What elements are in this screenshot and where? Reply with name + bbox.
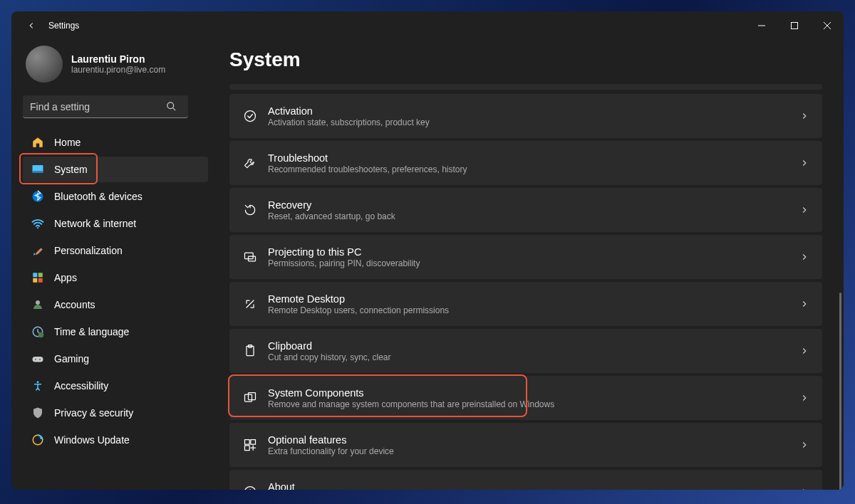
- svg-point-15: [39, 359, 41, 360]
- sidebar-item-gaming[interactable]: Gaming: [23, 346, 208, 372]
- settings-window: Settings Laurentiu Piron laurentiu.piron…: [11, 11, 844, 490]
- settings-card-about[interactable]: About Device specifications, rename PC, …: [229, 470, 822, 490]
- settings-card-activation[interactable]: Activation Activation state, subscriptio…: [229, 94, 822, 138]
- sidebar: Laurentiu Piron laurentiu.piron@live.com…: [11, 40, 217, 490]
- optional-icon: [242, 437, 258, 453]
- card-title: Optional features: [268, 434, 799, 446]
- previous-card-peek: [229, 84, 822, 90]
- search-icon: [166, 101, 177, 112]
- home-icon: [31, 136, 44, 149]
- svg-rect-24: [245, 440, 250, 445]
- about-icon: [242, 484, 258, 490]
- sidebar-item-label: Personalization: [54, 245, 123, 256]
- sidebar-item-apps[interactable]: Apps: [23, 265, 208, 290]
- settings-card-troubleshoot[interactable]: Troubleshoot Recommended troubleshooters…: [229, 141, 822, 185]
- check-circle-icon: [242, 108, 258, 124]
- svg-rect-0: [792, 23, 798, 29]
- close-button[interactable]: [811, 11, 844, 40]
- accessibility-icon: [31, 379, 44, 392]
- clipboard-icon: [242, 343, 258, 359]
- card-title: Projecting to this PC: [268, 246, 799, 258]
- svg-rect-25: [251, 440, 256, 445]
- svg-rect-9: [38, 278, 43, 283]
- sidebar-item-network-internet[interactable]: Network & internet: [23, 211, 208, 236]
- brush-icon: [31, 244, 44, 257]
- search-container: [23, 95, 208, 118]
- window-controls: [745, 11, 844, 40]
- project-icon: [242, 249, 258, 265]
- remote-icon: [242, 296, 258, 312]
- card-title: System Components: [268, 387, 799, 399]
- svg-rect-6: [33, 273, 37, 277]
- card-title: Clipboard: [268, 340, 799, 352]
- card-title: About: [268, 481, 799, 490]
- sidebar-item-label: Windows Update: [54, 434, 130, 446]
- svg-rect-18: [245, 253, 254, 258]
- sidebar-item-bluetooth-devices[interactable]: Bluetooth & devices: [23, 184, 208, 209]
- svg-point-12: [38, 332, 44, 338]
- svg-rect-7: [38, 273, 43, 277]
- bluetooth-icon: [31, 190, 44, 203]
- time-icon: [31, 325, 44, 338]
- user-profile[interactable]: Laurentiu Piron laurentiu.piron@live.com: [23, 40, 208, 95]
- sidebar-item-label: Accessibility: [54, 380, 108, 392]
- sidebar-item-label: Accounts: [54, 299, 95, 310]
- svg-point-1: [167, 103, 174, 109]
- card-title: Activation: [268, 105, 799, 117]
- sidebar-item-label: Home: [54, 137, 81, 148]
- sidebar-item-label: Bluetooth & devices: [54, 191, 142, 202]
- card-description: Reset, advanced startup, go back: [268, 211, 799, 221]
- svg-point-5: [37, 227, 38, 229]
- search-input[interactable]: [23, 95, 188, 118]
- card-description: Recommended troubleshooters, preferences…: [268, 164, 799, 174]
- sidebar-item-system[interactable]: System: [23, 157, 208, 182]
- svg-point-16: [37, 381, 39, 383]
- svg-point-14: [35, 359, 36, 360]
- nav-list: Home System Bluetooth & devices Network …: [23, 130, 208, 453]
- chevron-right-icon: [799, 205, 809, 215]
- chevron-right-icon: [799, 111, 809, 121]
- chevron-right-icon: [799, 158, 809, 168]
- sidebar-item-accessibility[interactable]: Accessibility: [23, 373, 208, 399]
- svg-rect-8: [33, 278, 37, 283]
- chevron-right-icon: [799, 440, 809, 450]
- chevron-right-icon: [799, 393, 809, 403]
- wifi-icon: [31, 217, 44, 230]
- update-icon: [31, 434, 44, 446]
- sidebar-item-privacy-security[interactable]: Privacy & security: [23, 400, 208, 426]
- sidebar-item-label: Time & language: [54, 326, 129, 337]
- minimize-button[interactable]: [745, 11, 778, 40]
- sidebar-item-personalization[interactable]: Personalization: [23, 238, 208, 263]
- settings-card-recovery[interactable]: Recovery Reset, advanced startup, go bac…: [229, 188, 822, 232]
- settings-card-optional-features[interactable]: Optional features Extra functionality fo…: [229, 423, 822, 467]
- wrench-icon: [242, 155, 258, 171]
- account-icon: [31, 298, 44, 311]
- card-title: Recovery: [268, 199, 799, 211]
- user-email: laurentiu.piron@live.com: [71, 65, 165, 75]
- settings-card-remote-desktop[interactable]: Remote Desktop Remote Desktop users, con…: [229, 282, 822, 326]
- card-description: Remote Desktop users, connection permiss…: [268, 305, 799, 315]
- svg-rect-3: [33, 171, 43, 172]
- card-title: Remote Desktop: [268, 293, 799, 305]
- avatar: [26, 46, 63, 83]
- settings-card-clipboard[interactable]: Clipboard Cut and copy history, sync, cl…: [229, 329, 822, 373]
- sidebar-item-windows-update[interactable]: Windows Update: [23, 427, 208, 453]
- card-description: Cut and copy history, sync, clear: [268, 352, 799, 362]
- main-content: System Activation Activation state, subs…: [217, 40, 844, 490]
- page-title: System: [229, 48, 822, 71]
- card-description: Permissions, pairing PIN, discoverabilit…: [268, 258, 799, 268]
- titlebar: Settings: [11, 11, 844, 40]
- system-icon: [31, 163, 44, 176]
- sidebar-item-label: Gaming: [54, 353, 89, 364]
- settings-card-projecting-to-this-pc[interactable]: Projecting to this PC Permissions, pairi…: [229, 235, 822, 279]
- card-description: Activation state, subscriptions, product…: [268, 117, 799, 127]
- sidebar-item-accounts[interactable]: Accounts: [23, 292, 208, 317]
- settings-card-system-components[interactable]: System Components Remove and manage syst…: [229, 376, 822, 420]
- back-button[interactable]: [20, 21, 43, 31]
- sidebar-item-home[interactable]: Home: [23, 130, 208, 155]
- maximize-button[interactable]: [778, 11, 811, 40]
- scrollbar-thumb[interactable]: [839, 293, 841, 490]
- apps-icon: [31, 271, 44, 284]
- sidebar-item-time-language[interactable]: Time & language: [23, 319, 208, 345]
- svg-rect-26: [245, 446, 250, 451]
